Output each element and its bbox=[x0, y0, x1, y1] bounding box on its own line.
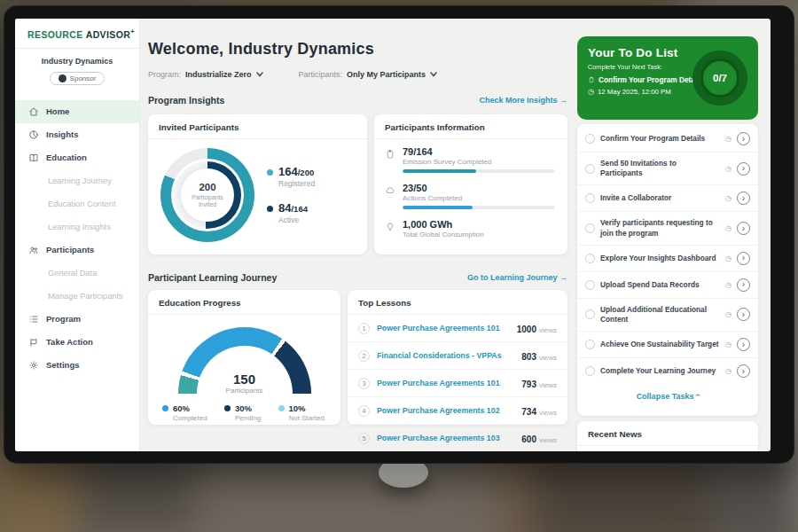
clock-icon: ◷ bbox=[725, 340, 732, 348]
sidebar-item-home[interactable]: Home bbox=[15, 100, 139, 123]
program-filter-value: Industrialize Zero bbox=[185, 70, 252, 79]
sidebar-item-learning-insights[interactable]: Learning Insights bbox=[15, 215, 139, 239]
task-row[interactable]: Achieve One Sustainability Target ◷ › bbox=[577, 332, 758, 358]
participants-information-card: Participants Information 79/164 Emission… bbox=[374, 114, 567, 254]
todo-panel: Your To Do List Complete Your Next Task:… bbox=[577, 36, 758, 120]
arrow-right-icon: → bbox=[559, 273, 567, 282]
task-row[interactable]: Upload Spend Data Records ◷ › bbox=[577, 272, 758, 299]
pinfo-row-actions: 23/50 Actions Completed bbox=[385, 183, 555, 209]
task-row[interactable]: Explore Your Insights Dashboard ◷ › bbox=[577, 246, 758, 272]
task-checkbox[interactable] bbox=[585, 134, 595, 144]
task-go-button[interactable]: › bbox=[737, 162, 750, 176]
check-more-insights-link[interactable]: Check More Insights → bbox=[479, 96, 567, 105]
lesson-row[interactable]: 5 Power Purchase Agreements 103 600views bbox=[348, 425, 567, 451]
home-icon bbox=[28, 106, 39, 117]
org-name: Industry Dynamics bbox=[15, 57, 139, 66]
pinfo-row-survey: 79/164 Emission Survey Completed bbox=[385, 146, 555, 173]
take-action-icon bbox=[28, 337, 39, 348]
task-row[interactable]: Send 50 Invitations to Participants ◷ › bbox=[577, 153, 758, 185]
task-go-button[interactable]: › bbox=[737, 364, 750, 378]
sidebar-item-manage-participants[interactable]: Manage Participants bbox=[15, 285, 139, 308]
legend-not-started: 10%Not Started bbox=[278, 403, 325, 422]
rank-badge: 4 bbox=[358, 405, 370, 417]
recent-news-title: Recent News bbox=[577, 421, 758, 446]
invited-participants-card: Invited Participants 200 Participants In… bbox=[148, 114, 367, 254]
gauge-center-label: Participants bbox=[178, 387, 311, 395]
chevron-down-icon bbox=[256, 72, 263, 77]
invited-donut-gap: 200 Participants Invited bbox=[171, 159, 244, 231]
task-go-button[interactable]: › bbox=[737, 338, 750, 351]
legend-dot bbox=[267, 169, 273, 176]
actions-progress-bar bbox=[403, 206, 555, 209]
task-row[interactable]: Complete Your Learning Journey ◷ › bbox=[577, 358, 758, 384]
collapse-tasks-link[interactable]: Collapse Tasks › bbox=[577, 384, 758, 406]
sidebar-item-insights[interactable]: Insights bbox=[15, 123, 139, 146]
clipboard-icon bbox=[588, 76, 595, 83]
sidebar-item-participants[interactable]: Participants bbox=[15, 239, 139, 262]
lesson-link[interactable]: Power Purchase Agreements 101 bbox=[377, 379, 514, 387]
program-filter[interactable]: Program: Industrialize Zero bbox=[148, 70, 263, 79]
task-row[interactable]: Confirm Your Program Details ◷ › bbox=[577, 126, 758, 153]
task-checkbox[interactable] bbox=[585, 340, 595, 349]
sidebar-item-label: Manage Participants bbox=[48, 292, 123, 301]
sidebar-item-label: Education bbox=[46, 153, 87, 162]
clock-icon: ◷ bbox=[725, 194, 732, 202]
sidebar-item-education-content[interactable]: Education Content bbox=[15, 192, 139, 215]
task-checkbox[interactable] bbox=[585, 254, 595, 263]
lesson-row[interactable]: 2 Financial Considerations - VPPAs 803vi… bbox=[348, 342, 567, 370]
lesson-link[interactable]: Power Purchase Agreements 103 bbox=[377, 434, 514, 442]
lesson-row[interactable]: 3 Power Purchase Agreements 101 793views bbox=[348, 370, 567, 397]
legend-dot bbox=[278, 405, 285, 411]
brand-logo: RESOURCE ADVISOR+ bbox=[15, 19, 139, 40]
task-go-button[interactable]: › bbox=[737, 278, 750, 292]
sidebar-nav: Home Insights Education Learning Journey… bbox=[15, 100, 139, 377]
gauge-center-value: 150 bbox=[178, 372, 311, 387]
clock-icon: ◷ bbox=[725, 165, 732, 173]
program-insights-title: Program Insights bbox=[148, 95, 224, 106]
lesson-link[interactable]: Power Purchase Agreements 101 bbox=[377, 324, 510, 332]
task-checkbox[interactable] bbox=[585, 223, 595, 233]
legend-registered: 164/200 Registered bbox=[267, 166, 315, 188]
sidebar-item-label: Education Content bbox=[48, 200, 116, 208]
task-row[interactable]: Verify participants requesting to join t… bbox=[577, 212, 758, 245]
legend-completed: 60%Completed bbox=[162, 403, 207, 422]
task-checkbox[interactable] bbox=[585, 280, 595, 290]
task-checkbox[interactable] bbox=[585, 366, 595, 376]
consumption-icon bbox=[385, 222, 395, 232]
task-go-button[interactable]: › bbox=[737, 222, 750, 235]
sidebar-item-program[interactable]: Program bbox=[15, 308, 139, 331]
lesson-row[interactable]: 1 Power Purchase Agreements 101 1000view… bbox=[348, 315, 567, 342]
sidebar-item-settings[interactable]: Settings bbox=[15, 354, 139, 377]
rank-badge: 5 bbox=[358, 433, 370, 444]
invited-donut-center: 200 Participants Invited bbox=[181, 168, 234, 222]
clock-icon: ◷ bbox=[725, 367, 732, 375]
task-go-button[interactable]: › bbox=[737, 252, 750, 265]
pinfo-row-consumption: 1,000 GWh Total Global Consumption bbox=[385, 219, 555, 242]
card-title: Education Progress bbox=[148, 290, 340, 315]
card-title: Top Lessons bbox=[348, 290, 567, 315]
sidebar-item-general-data[interactable]: General Data bbox=[15, 262, 139, 285]
top-lessons-card: Top Lessons 1 Power Purchase Agreements … bbox=[348, 290, 567, 425]
task-go-button[interactable]: › bbox=[737, 308, 750, 321]
task-go-button[interactable]: › bbox=[737, 192, 750, 205]
actions-icon bbox=[385, 185, 395, 196]
sidebar-item-education[interactable]: Education bbox=[15, 146, 139, 169]
lesson-link[interactable]: Financial Considerations - VPPAs bbox=[377, 351, 514, 360]
go-to-learning-journey-link[interactable]: Go to Learning Journey → bbox=[467, 273, 567, 282]
participants-filter[interactable]: Participants: Only My Participants bbox=[299, 70, 438, 79]
lesson-row[interactable]: 4 Power Purchase Agreements 102 734views bbox=[348, 397, 567, 425]
task-go-button[interactable]: › bbox=[737, 132, 750, 145]
task-row[interactable]: Upload Additional Educational Content ◷ … bbox=[577, 299, 758, 332]
recent-news-card: Recent News bbox=[577, 421, 758, 451]
lesson-link[interactable]: Power Purchase Agreements 102 bbox=[377, 406, 514, 415]
invited-donut-inner: 200 Participants Invited bbox=[174, 161, 241, 229]
sidebar-item-learning-journey[interactable]: Learning Journey bbox=[15, 169, 139, 192]
sidebar-item-take-action[interactable]: Take Action bbox=[15, 331, 139, 354]
brand-plus: + bbox=[130, 28, 135, 35]
insights-icon bbox=[28, 129, 39, 140]
task-row[interactable]: Invite a Collaborator ◷ › bbox=[577, 185, 758, 212]
clock-icon: ◷ bbox=[588, 89, 594, 96]
task-checkbox[interactable] bbox=[585, 164, 595, 174]
task-checkbox[interactable] bbox=[585, 193, 595, 203]
task-checkbox[interactable] bbox=[585, 309, 595, 319]
